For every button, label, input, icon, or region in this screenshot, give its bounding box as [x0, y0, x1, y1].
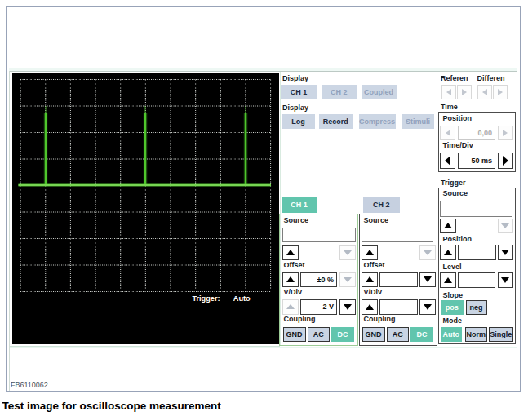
svg-text:Trigger:: Trigger:: [192, 294, 220, 303]
svg-text:Auto: Auto: [233, 294, 250, 303]
